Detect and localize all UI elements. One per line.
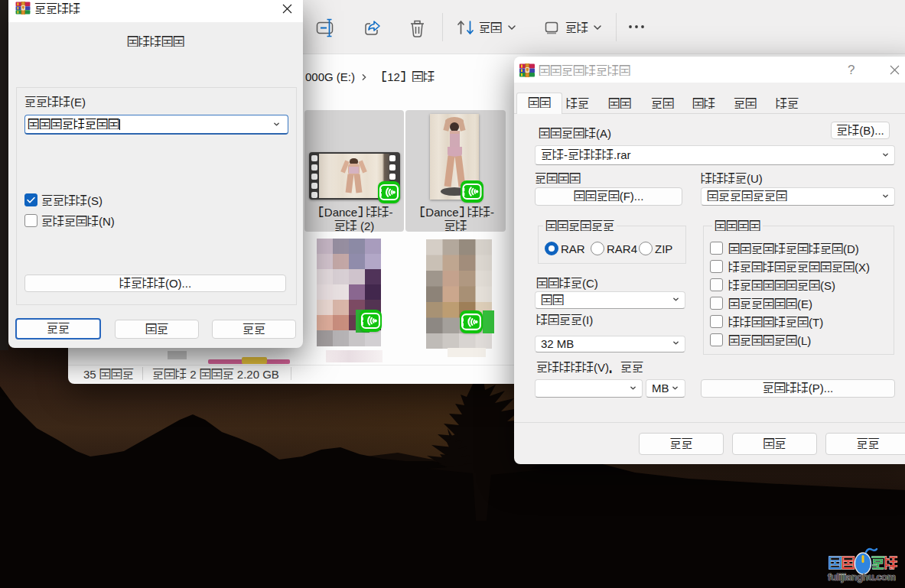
svg-text:湖: 湖 — [884, 556, 897, 570]
svg-text:fulijianghu.com: fulijianghu.com — [828, 572, 896, 583]
svg-text:福: 福 — [828, 556, 842, 570]
svg-text:江: 江 — [871, 556, 884, 570]
svg-text:利: 利 — [842, 556, 855, 570]
